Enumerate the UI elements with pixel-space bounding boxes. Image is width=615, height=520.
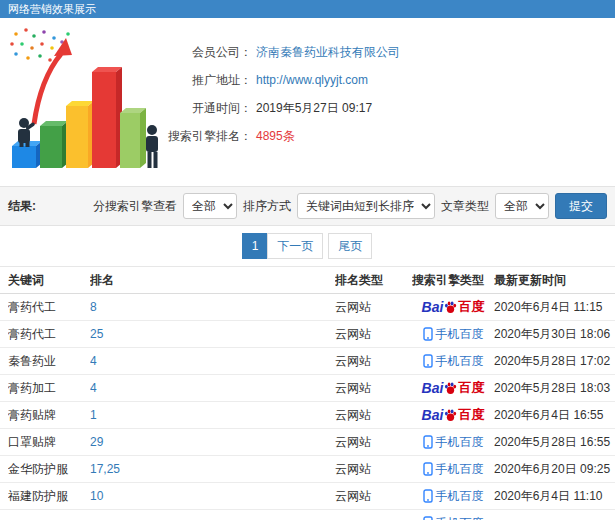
last-page-button[interactable]: 尾页 — [328, 233, 372, 259]
rank-type-cell: 云网站 — [335, 299, 412, 316]
table-row: 金华防护服 17,25 云网站 手机百度 2020年6月20日 09:25 — [0, 456, 615, 483]
mobile-baidu-label: 手机百度 — [436, 461, 484, 478]
rank-count-label: 搜索引擎排名： — [150, 128, 252, 145]
rank-link[interactable]: 4 — [90, 354, 97, 368]
keyword-cell: 膏药代工 — [8, 326, 90, 343]
header-rank: 排名 — [90, 272, 335, 289]
phone-icon — [423, 516, 433, 520]
sort-filter-label: 排序方式 — [243, 198, 291, 215]
member-info: 会员公司： 济南秦鲁药业科技有限公司 推广地址： http://www.qlyy… — [150, 38, 400, 150]
article-type-select[interactable]: 全部 — [495, 193, 549, 219]
table-row: 膏药加工 4 云网站 Bai 百度 2020年5月28日 18:03 — [0, 375, 615, 402]
info-row-open-time: 开通时间： 2019年5月27日 09:17 — [150, 94, 400, 122]
update-time-cell: 2020年5月28日 16:55 — [494, 434, 611, 451]
update-time-cell: 2020年6月20日 09:25 — [494, 461, 611, 478]
update-time-cell: 2020年5月30日 18:06 — [494, 326, 611, 343]
company-label: 会员公司： — [150, 44, 252, 61]
filter-bar: 结果: 分搜索引擎查看 全部 排序方式 关键词由短到长排序 文章类型 全部 提交 — [0, 186, 615, 226]
baidu-logo-du: 百度 — [458, 379, 484, 397]
header-rank-type: 排名类型 — [335, 272, 412, 289]
header-keyword: 关键词 — [8, 272, 90, 289]
keyword-cell: 膏药贴牌 — [8, 407, 90, 424]
update-time-cell: 2020年5月28日 18:03 — [494, 380, 611, 397]
top-section: 会员公司： 济南秦鲁药业科技有限公司 推广地址： http://www.qlyy… — [0, 18, 615, 186]
baidu-logo: Bai 百度 — [422, 379, 485, 397]
phone-icon — [423, 435, 433, 449]
result-label: 结果: — [8, 198, 36, 215]
rank-link[interactable]: 1 — [90, 408, 97, 422]
title-bar: 网络营销效果展示 — [0, 0, 615, 18]
mobile-baidu-logo: 手机百度 — [423, 326, 484, 343]
baidu-logo: Bai 百度 — [422, 406, 485, 424]
engine-cell: Bai 百度 — [412, 298, 494, 316]
promo-url-label: 推广地址： — [150, 72, 252, 89]
engine-cell: Bai 百度 — [412, 406, 494, 424]
rank-type-cell: 云网站 — [335, 407, 412, 424]
update-time-cell: 2020年6月4日 11:15 — [494, 299, 611, 316]
header-engine-type: 搜索引擎类型 — [412, 272, 494, 289]
rank-link[interactable]: 8 — [90, 300, 97, 314]
phone-icon — [423, 327, 433, 341]
header-update-time: 最新更新时间 — [494, 272, 611, 289]
table-row: 手机百度 — [0, 510, 615, 520]
submit-button[interactable]: 提交 — [555, 193, 607, 219]
rank-link[interactable]: 25 — [90, 327, 103, 341]
rank-link[interactable]: 17,25 — [90, 462, 120, 476]
article-type-label: 文章类型 — [441, 198, 489, 215]
engine-cell: 手机百度 — [412, 434, 494, 451]
phone-icon — [423, 462, 433, 476]
baidu-logo-du: 百度 — [458, 406, 484, 424]
info-row-rank-count: 搜索引擎排名： 4895条 — [150, 122, 400, 150]
bars — [12, 67, 146, 168]
engine-cell: 手机百度 — [412, 326, 494, 343]
baidu-paw-icon — [444, 382, 457, 395]
rank-table: 关键词 排名 排名类型 搜索引擎类型 最新更新时间 膏药代工 8 云网站 Bai… — [0, 266, 615, 520]
pagination: 1 下一页 尾页 — [0, 226, 615, 266]
mobile-baidu-label: 手机百度 — [436, 488, 484, 505]
phone-icon — [423, 489, 433, 503]
table-body: 膏药代工 8 云网站 Bai 百度 2020年6月4日 11:15 膏药代工 2… — [0, 294, 615, 520]
engine-cell: 手机百度 — [412, 353, 494, 370]
mobile-baidu-label: 手机百度 — [436, 353, 484, 370]
table-row: 秦鲁药业 4 云网站 手机百度 2020年5月28日 17:02 — [0, 348, 615, 375]
phone-icon — [423, 354, 433, 368]
baidu-paw-icon — [444, 409, 457, 422]
rank-link[interactable]: 4 — [90, 381, 97, 395]
mobile-baidu-logo: 手机百度 — [423, 461, 484, 478]
table-header-row: 关键词 排名 排名类型 搜索引擎类型 最新更新时间 — [0, 267, 615, 294]
keyword-cell: 金华防护服 — [8, 461, 90, 478]
baidu-logo: Bai 百度 — [422, 298, 485, 316]
engine-cell: Bai 百度 — [412, 379, 494, 397]
filter-controls: 分搜索引擎查看 全部 排序方式 关键词由短到长排序 文章类型 全部 提交 — [93, 193, 607, 219]
engine-filter-label: 分搜索引擎查看 — [93, 198, 177, 215]
mobile-baidu-label: 手机百度 — [436, 515, 484, 520]
update-time-cell: 2020年6月4日 11:10 — [494, 488, 611, 505]
rank-type-cell: 云网站 — [335, 380, 412, 397]
engine-filter-select[interactable]: 全部 — [183, 193, 237, 219]
mobile-baidu-logo: 手机百度 — [423, 434, 484, 451]
mobile-baidu-logo: 手机百度 — [423, 353, 484, 370]
baidu-logo-bai: Bai — [422, 299, 444, 315]
keyword-cell: 口罩贴牌 — [8, 434, 90, 451]
keyword-cell: 福建防护服 — [8, 488, 90, 505]
next-page-button[interactable]: 下一页 — [267, 233, 323, 259]
rank-type-cell: 云网站 — [335, 434, 412, 451]
rank-link[interactable]: 29 — [90, 435, 103, 449]
rank-type-cell: 云网站 — [335, 326, 412, 343]
company-link[interactable]: 济南秦鲁药业科技有限公司 — [256, 44, 400, 61]
rank-type-cell: 云网站 — [335, 461, 412, 478]
table-row: 膏药代工 8 云网站 Bai 百度 2020年6月4日 11:15 — [0, 294, 615, 321]
promo-url-link[interactable]: http://www.qlyyjt.com — [256, 73, 368, 87]
baidu-paw-icon — [444, 301, 457, 314]
rank-type-cell: 云网站 — [335, 353, 412, 370]
table-row: 膏药代工 25 云网站 手机百度 2020年5月30日 18:06 — [0, 321, 615, 348]
mobile-baidu-logo: 手机百度 — [423, 488, 484, 505]
bar-chart-illustration — [4, 26, 169, 178]
info-row-company: 会员公司： 济南秦鲁药业科技有限公司 — [150, 38, 400, 66]
keyword-cell: 秦鲁药业 — [8, 353, 90, 370]
mobile-baidu-label: 手机百度 — [436, 434, 484, 451]
page-1-button[interactable]: 1 — [242, 233, 269, 259]
sort-filter-select[interactable]: 关键词由短到长排序 — [297, 193, 435, 219]
rank-link[interactable]: 10 — [90, 489, 103, 503]
engine-cell: 手机百度 — [412, 515, 494, 520]
